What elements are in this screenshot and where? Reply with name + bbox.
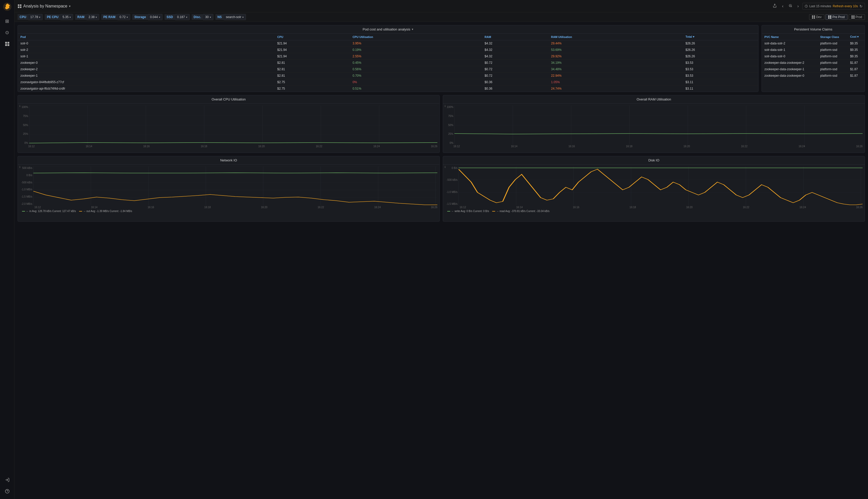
filter-chip-pe-ram[interactable]: PE RAM 0.72 ▾ bbox=[101, 14, 130, 20]
forward-button[interactable]: › bbox=[796, 3, 800, 10]
filter-chip-ram[interactable]: RAM 2.38 ▾ bbox=[75, 14, 99, 20]
sidebar: ⊞ ⊙ bbox=[0, 0, 14, 499]
net-y-0: 0 B/s bbox=[20, 174, 32, 177]
charts-row-2: Network IO ℹ 500 kB/s 0 B/s -500 kB/s -1… bbox=[17, 156, 865, 222]
svg-rect-18 bbox=[812, 15, 813, 17]
filter-value[interactable]: 5.35 ▾ bbox=[60, 14, 73, 20]
col-cpu[interactable]: CPU bbox=[274, 34, 350, 40]
cpu-chart-info-icon[interactable]: ℹ bbox=[20, 105, 21, 108]
pod-cost-table-head: Pod CPU CPU Utilisation RAM RAM Utilisat… bbox=[18, 34, 758, 40]
filter-chip-ssd[interactable]: SSD 0.187 ▾ bbox=[164, 14, 190, 20]
sidebar-help-icon[interactable] bbox=[3, 487, 12, 496]
env-grid-icon bbox=[852, 15, 855, 19]
filter-chip-storage[interactable]: Storage 0.044 ▾ bbox=[132, 14, 162, 20]
pvc-name: zookeeper-data-zookeeper-0 bbox=[762, 73, 818, 79]
svg-rect-30 bbox=[29, 106, 437, 144]
svg-rect-29 bbox=[853, 17, 855, 19]
filter-value[interactable]: search-solr ▾ bbox=[224, 14, 246, 20]
disk-y-0: 0 B/s bbox=[445, 167, 457, 169]
refresh-button[interactable]: ↻ bbox=[859, 4, 863, 8]
filter-value[interactable]: 0.72 ▾ bbox=[118, 14, 130, 20]
ram-x-labels: 16:12 16:14 16:16 16:18 16:20 16:22 16:2… bbox=[445, 145, 863, 148]
pod-cpu: $2.81 bbox=[274, 73, 350, 79]
env-btn-dev[interactable]: Dev bbox=[809, 14, 824, 20]
filter-label: NS bbox=[216, 14, 224, 20]
filter-chip-cpu[interactable]: CPU 17.78 ▾ bbox=[17, 14, 42, 20]
pod-ram-util: 53.69% bbox=[548, 47, 683, 53]
filter-caret-icon: ▾ bbox=[210, 16, 211, 19]
network-chart-info-icon[interactable]: ℹ bbox=[20, 166, 21, 168]
network-in-label: ← in Avg: 128.78 kB/s Current: 127.47 kB… bbox=[26, 210, 76, 212]
sidebar-apps-icon[interactable]: ⊞ bbox=[3, 16, 12, 26]
pvc-storage-class: platform-ssd bbox=[818, 66, 847, 73]
table-row: solr-data-solr-1 platform-ssd $9.35 bbox=[762, 47, 865, 53]
svg-rect-22 bbox=[828, 15, 830, 17]
pod-ram: $0.72 bbox=[482, 73, 548, 79]
pod-ram: $0.72 bbox=[482, 60, 548, 66]
pod-cpu: $2.81 bbox=[274, 60, 350, 66]
pod-cpu-util: 0.51% bbox=[350, 85, 482, 92]
ram-chart-info-icon[interactable]: ℹ bbox=[444, 105, 445, 108]
network-out-label: → out Avg: -1.39 MB/s Current: -1.84 MB/… bbox=[83, 210, 132, 212]
back-button[interactable]: ‹ bbox=[780, 3, 785, 10]
net-y-m500k: -500 kB/s bbox=[20, 181, 32, 184]
svg-rect-23 bbox=[830, 15, 831, 17]
sidebar-dashboards-icon[interactable] bbox=[3, 39, 12, 49]
filter-label: PE RAM bbox=[101, 14, 118, 20]
disk-chart-info-icon[interactable]: ℹ bbox=[444, 166, 445, 168]
filter-value[interactable]: 0.044 ▾ bbox=[148, 14, 162, 20]
col-cpu-util[interactable]: CPU Utilisation bbox=[350, 34, 482, 40]
table-row: solr-0 $21.94 3.95% $4.32 29.44% $26.26 bbox=[18, 40, 758, 47]
pod-cpu: $2.75 bbox=[274, 79, 350, 85]
disk-x-labels: 16:12 16:14 16:16 16:18 16:20 16:22 16:2… bbox=[445, 206, 863, 209]
pvc-table-body: solr-data-solr-2 platform-ssd $9.35 solr… bbox=[762, 40, 865, 79]
sidebar-search-icon[interactable]: ⊙ bbox=[3, 28, 12, 37]
pod-total: $26.26 bbox=[683, 53, 758, 60]
filter-label: Storage bbox=[132, 14, 148, 20]
filter-value[interactable]: 17.78 ▾ bbox=[28, 14, 42, 20]
pvc-table: PVC Name Storage Class Cost ▾ solr-data-… bbox=[762, 34, 865, 79]
network-chart-header: Network IO bbox=[18, 156, 439, 165]
filter-chip-ns[interactable]: NS search-solr ▾ bbox=[216, 14, 246, 20]
filter-chip-pe-cpu[interactable]: PE CPU 5.35 ▾ bbox=[45, 14, 73, 20]
disk-read-label: → read Avg: -370.81 kB/s Current: -33.04… bbox=[496, 210, 549, 212]
app-logo[interactable] bbox=[3, 2, 12, 11]
pod-cost-dropdown-icon[interactable]: ▾ bbox=[412, 28, 413, 31]
pod-ram-util: 29.44% bbox=[548, 40, 683, 47]
net-y-m2m: -2.0 MB/s bbox=[20, 203, 32, 205]
svg-rect-10 bbox=[18, 7, 20, 8]
title-dropdown-icon[interactable]: ▾ bbox=[69, 4, 71, 8]
apps-icon bbox=[17, 4, 22, 8]
time-range-selector[interactable]: Last 15 minutes Refresh every 10s ↻ bbox=[803, 3, 865, 10]
cpu-chart-header: Overall CPU Utilisation bbox=[18, 95, 439, 104]
col-ram[interactable]: RAM bbox=[482, 34, 548, 40]
pod-ram: $0.36 bbox=[482, 79, 548, 85]
share-button[interactable] bbox=[771, 3, 778, 10]
col-total[interactable]: Total ▾ bbox=[683, 34, 758, 40]
col-cost[interactable]: Cost ▾ bbox=[847, 34, 865, 40]
disk-chart-header: Disk IO bbox=[443, 156, 865, 165]
sidebar-signin-icon[interactable] bbox=[3, 475, 12, 485]
pod-ram: $0.36 bbox=[482, 85, 548, 92]
col-ram-util[interactable]: RAM Utilisation bbox=[548, 34, 683, 40]
zoom-button[interactable] bbox=[787, 3, 794, 10]
filter-chip-disc.[interactable]: Disc. 30 ▾ bbox=[192, 14, 213, 20]
topbar-actions: ‹ › Last 15 minutes Refresh every 10s ↻ bbox=[771, 3, 865, 10]
filter-caret-icon: ▾ bbox=[39, 16, 40, 19]
pvc-storage-class: platform-ssd bbox=[818, 40, 847, 47]
top-panels-row: Pod cost and utilisation analysis ▾ Pod … bbox=[17, 25, 865, 92]
pvc-panel: Persistent Volume Claims PVC Name Storag… bbox=[761, 25, 865, 92]
filter-value[interactable]: 30 ▾ bbox=[203, 14, 213, 20]
env-grid-icon bbox=[812, 15, 815, 19]
table-row: solr-1 $21.94 2.55% $4.32 29.92% $26.26 bbox=[18, 53, 758, 60]
svg-rect-26 bbox=[852, 15, 853, 17]
pod-total: $26.26 bbox=[683, 47, 758, 53]
ram-utilisation-panel: Overall RAM Utilisation ℹ 100% 75% 50% 2… bbox=[443, 95, 865, 153]
filter-value[interactable]: 0.187 ▾ bbox=[175, 14, 190, 20]
filter-value[interactable]: 2.38 ▾ bbox=[87, 14, 99, 20]
env-btn-pre-prod[interactable]: Pre Prod bbox=[826, 14, 847, 20]
svg-rect-3 bbox=[5, 44, 7, 46]
pvc-storage-class: platform-ssd bbox=[818, 47, 847, 53]
env-btn-prod[interactable]: Prod bbox=[848, 14, 865, 20]
pod-cpu: $21.94 bbox=[274, 40, 350, 47]
